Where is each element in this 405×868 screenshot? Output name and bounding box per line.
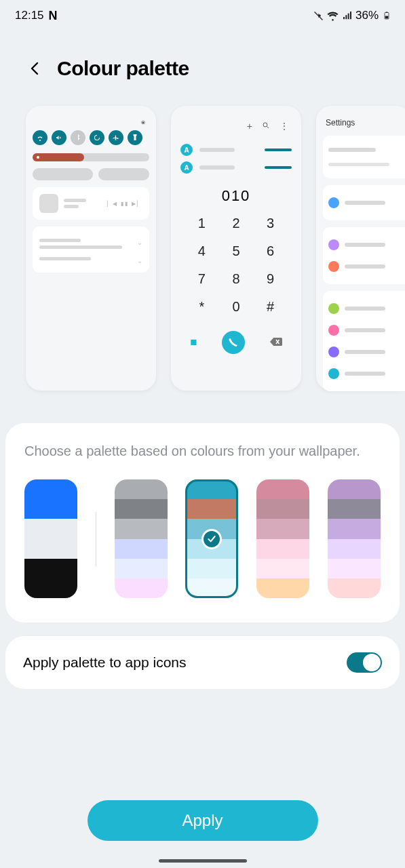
palette-swatch [256, 539, 309, 559]
chevron-down-icon: ⌄ [137, 239, 142, 246]
keypad: 1 2 3 4 5 6 7 8 9 * 0 # [178, 212, 294, 321]
svg-rect-1 [386, 12, 388, 13]
airplane-toggle-icon [109, 130, 123, 145]
palette-swatch [24, 479, 77, 499]
contact-row: A [178, 141, 294, 159]
apply-icons-row: Apply palette to app icons [5, 636, 400, 689]
palette-swatch [185, 479, 238, 499]
palette-option-2[interactable] [185, 479, 238, 598]
avatar: A [180, 161, 193, 174]
svg-rect-2 [385, 16, 389, 19]
preview-phone[interactable]: + ⋮ A A 010 1 2 3 4 5 6 7 8 9 * 0 # ■ [171, 106, 301, 391]
status-time: 12:15 [15, 9, 44, 22]
palette-swatch [328, 479, 381, 499]
palette-swatch [256, 559, 309, 578]
chevron-down-icon: ⌄ [137, 257, 142, 264]
plus-icon: + [247, 121, 252, 132]
gear-icon [140, 117, 147, 123]
palette-swatch [24, 539, 77, 559]
palette-swatch [115, 539, 168, 559]
preview-quick-panel[interactable]: ▏◀ ▮▮ ▶▏ ⌄ ⌄ [26, 106, 156, 391]
palette-swatch [256, 479, 309, 499]
palette-swatch [24, 578, 77, 598]
palette-swatch [115, 479, 168, 499]
gesture-bar[interactable] [159, 859, 247, 863]
palette-swatch [328, 519, 381, 538]
wifi-icon [327, 9, 339, 22]
key: 5 [219, 243, 254, 259]
palette-swatch [256, 519, 309, 538]
wifi-toggle-icon [33, 130, 47, 145]
key: 4 [185, 243, 219, 259]
more-icon: ⋮ [279, 121, 289, 132]
apply-icons-label: Apply palette to app icons [23, 654, 187, 671]
media-controls-icon: ▏◀ ▮▮ ▶▏ [107, 201, 142, 207]
sound-toggle-icon [52, 130, 66, 145]
palette-swatch [185, 578, 238, 598]
backspace-icon [270, 337, 282, 348]
palette-swatch [185, 499, 238, 519]
video-icon: ■ [190, 336, 197, 349]
notif-list: ⌄ ⌄ [33, 226, 149, 273]
apply-button[interactable]: Apply [88, 800, 318, 841]
notif-icon [328, 261, 339, 272]
media-card: ▏◀ ▮▮ ▶▏ [33, 187, 149, 220]
palette-swatch [328, 499, 381, 519]
palette-option-0[interactable] [24, 479, 77, 598]
page-title: Colour palette [57, 57, 189, 80]
quick-toggles [33, 127, 149, 151]
palette-swatch [115, 559, 168, 578]
signal-icon [341, 9, 353, 22]
back-icon[interactable] [27, 60, 43, 77]
rotate-toggle-icon [90, 130, 104, 145]
palette-swatch [115, 578, 168, 598]
status-bar: 12:15 N 36% [0, 0, 405, 27]
palette-swatch [256, 578, 309, 598]
key: 8 [219, 271, 254, 287]
phone-top-actions: + ⋮ [178, 117, 294, 141]
palette-swatch [328, 559, 381, 578]
apply-icons-toggle[interactable] [347, 652, 382, 673]
themes-icon [328, 347, 339, 357]
palette-swatch [185, 559, 238, 578]
app-indicator-icon: N [49, 9, 58, 23]
palette-swatch [115, 519, 168, 538]
svg-point-4 [263, 123, 267, 127]
page-header: Colour palette [0, 27, 405, 94]
palette-option-3[interactable] [256, 479, 309, 598]
status-left: 12:15 N [15, 9, 58, 23]
key: 9 [253, 271, 288, 287]
battery-text: 36% [355, 9, 379, 22]
key: 7 [185, 271, 219, 287]
palette-swatch [115, 499, 168, 519]
palette-swatch [24, 559, 77, 578]
home-icon [328, 368, 339, 379]
palette-swatch [328, 539, 381, 559]
sounds-icon [328, 239, 339, 250]
search-icon [262, 121, 270, 132]
palette-swatch [328, 578, 381, 598]
palette-list [24, 479, 381, 598]
palette-divider [96, 512, 96, 566]
display-icon [328, 303, 339, 314]
media-thumb [39, 194, 58, 213]
palette-swatch [24, 499, 77, 519]
dialed-number: 010 [178, 176, 294, 212]
mute-icon [313, 9, 325, 22]
key: 0 [219, 299, 254, 315]
palette-option-4[interactable] [328, 479, 381, 598]
bluetooth-toggle-icon [71, 130, 85, 145]
apply-button-label: Apply [182, 811, 223, 830]
palette-description: Choose a palette based on colours from y… [24, 442, 381, 460]
theme-previews[interactable]: ▏◀ ▮▮ ▶▏ ⌄ ⌄ + ⋮ A A 010 1 2 3 4 5 6 [0, 94, 405, 404]
phone-actions: ■ [178, 321, 294, 354]
quick-pills [33, 168, 149, 180]
call-button [222, 331, 245, 354]
contact-row: A [178, 159, 294, 176]
key: 3 [253, 216, 288, 231]
key: # [253, 299, 288, 315]
preview-settings[interactable]: Settings [316, 106, 405, 391]
key: * [185, 299, 219, 315]
palette-option-1[interactable] [115, 479, 168, 598]
battery-icon [381, 9, 393, 22]
